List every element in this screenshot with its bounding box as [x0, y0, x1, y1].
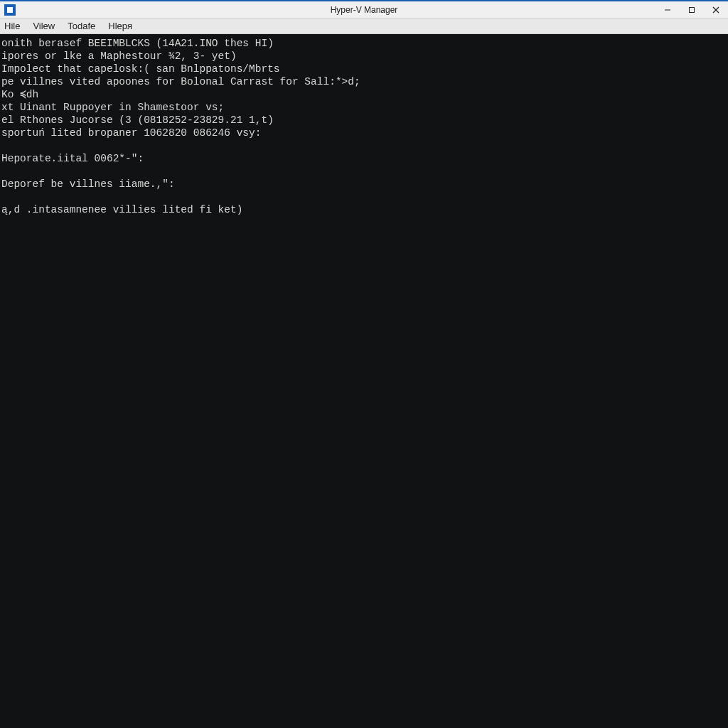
terminal-line: ipores or lke a Maphestour ¾2, 3- yet)	[1, 50, 727, 63]
close-button[interactable]	[704, 1, 728, 18]
window-controls	[655, 1, 728, 18]
app-icon	[4, 4, 16, 16]
terminal-line: Heporate.iital 0062*-":	[1, 152, 727, 165]
terminal-line: sportuń lited bropaner 1062820 086246 vs…	[1, 127, 727, 139]
close-icon	[712, 6, 719, 14]
maximize-button[interactable]	[680, 1, 704, 18]
menu-todafe[interactable]: Todafe	[68, 21, 95, 31]
minimize-button[interactable]	[655, 1, 680, 18]
app-window: Hyper-V Manager Hile Vilew Todafe Hlepя …	[0, 0, 728, 728]
terminal-line: xt Uinant Ruppoyer in Shamestoor vs;	[1, 101, 727, 114]
terminal-line	[1, 165, 727, 178]
terminal-line: el Rthones Jucorse (3 (0818252-23829.21 …	[1, 114, 727, 127]
menu-hlep[interactable]: Hlepя	[108, 21, 132, 31]
window-title: Hyper-V Manager	[331, 5, 398, 15]
terminal-line: Ko ≼dh	[1, 88, 727, 101]
app-icon-inner	[7, 7, 13, 13]
terminal-line	[1, 139, 727, 152]
menu-hile[interactable]: Hile	[4, 21, 20, 31]
menu-vilew[interactable]: Vilew	[33, 21, 55, 31]
titlebar: Hyper-V Manager	[0, 1, 728, 18]
terminal-line	[1, 191, 727, 203]
svg-rect-1	[690, 7, 695, 12]
terminal-line: Deporef be villnes iiame.,":	[1, 178, 727, 191]
minimize-icon	[664, 6, 671, 14]
terminal-output[interactable]: onith berasef BEEIMBLCKS (14A21.INO thes…	[0, 34, 728, 728]
terminal-line: pe villnes vited apoones for Bolonal Car…	[1, 75, 727, 88]
maximize-icon	[688, 6, 695, 14]
terminal-line: onith berasef BEEIMBLCKS (14A21.INO thes…	[1, 37, 727, 50]
terminal-line: ą,d .intasamnenee villies lited fi ket)	[1, 203, 727, 216]
terminal-line: Impolect that capelosk:( san Bnlppatons/…	[1, 63, 727, 75]
menubar: Hile Vilew Todafe Hlepя	[0, 18, 728, 34]
